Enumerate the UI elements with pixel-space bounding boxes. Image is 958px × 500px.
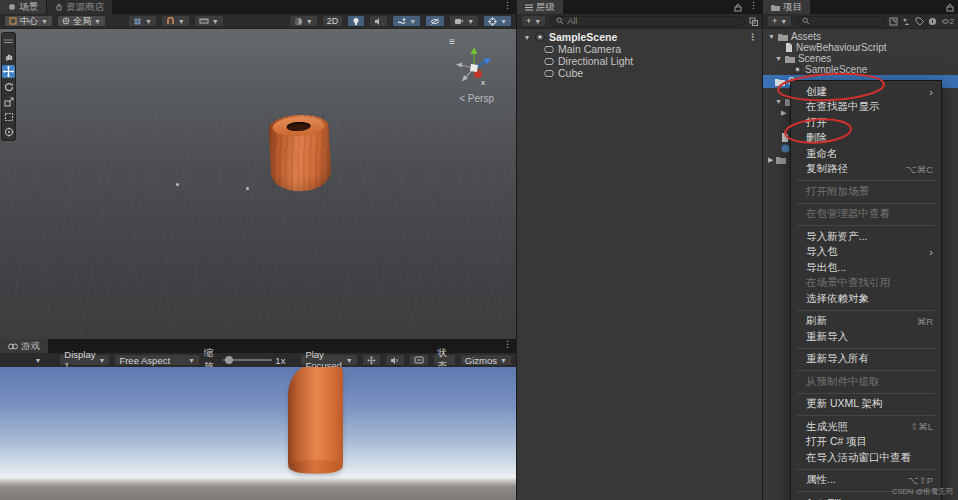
hierarchy-search-input[interactable]: All — [550, 16, 745, 27]
menu-item-reimport-all[interactable]: 重新导入所有 — [791, 352, 941, 368]
lock-icon[interactable] — [942, 0, 958, 14]
hierarchy-item-cube[interactable]: Cube — [517, 67, 762, 79]
menu-item-open[interactable]: 打开 — [791, 115, 941, 131]
ruler-icon — [199, 17, 209, 25]
scene-toolbar: 中心▼ 全局▼ ▼ ▼ ▼ ▼ 2D — [0, 14, 516, 29]
hand-tool-button[interactable] — [2, 50, 15, 63]
cylinder-object-game — [288, 367, 343, 473]
hierarchy-add-button[interactable]: +▼ — [521, 15, 546, 27]
light-object-icon — [544, 57, 554, 66]
search-window-icon[interactable] — [889, 17, 898, 26]
tool-handle-pivot-dropdown[interactable]: 中心▼ — [4, 15, 53, 27]
scene-viewport[interactable]: ≡ — [0, 29, 516, 339]
hierarchy-item-camera[interactable]: Main Camera — [517, 43, 762, 55]
game-viewport[interactable] — [0, 367, 516, 500]
lightbulb-icon — [352, 17, 360, 26]
submenu-arrow-icon: › — [929, 246, 933, 258]
scale-tool-button[interactable] — [2, 95, 15, 108]
project-search-input[interactable] — [796, 16, 884, 27]
project-item-scenes[interactable]: ▼ Scenes — [763, 53, 958, 64]
menu-item-copy-path[interactable]: 复制路径⌥⌘C — [791, 162, 941, 178]
stats-button[interactable]: 状态 — [433, 354, 456, 366]
project-item-samplescene[interactable]: SampleScene — [763, 64, 958, 75]
menu-item-show-in-finder[interactable]: 在查找器中显示 — [791, 100, 941, 116]
persp-label[interactable]: < Persp — [459, 93, 494, 104]
mute-audio-button[interactable] — [385, 354, 405, 366]
camera-object-icon — [544, 45, 554, 54]
tool-handle-rotation-dropdown[interactable]: 全局▼ — [57, 15, 106, 27]
menu-item-rename[interactable]: 重命名 — [791, 146, 941, 162]
menu-item-create[interactable]: 创建› — [791, 84, 941, 100]
scene-visibility-toggle[interactable] — [425, 15, 445, 27]
lighting-toggle[interactable] — [347, 15, 365, 27]
cylinder-object-scene[interactable] — [268, 113, 332, 192]
hidden-count-icon[interactable]: 2 — [941, 17, 954, 26]
game-menu-kebab-icon[interactable]: ⋮ — [499, 339, 516, 353]
scene-orientation-gizmo[interactable]: x — [450, 43, 498, 91]
scene-menu-kebab-icon[interactable]: ⋮ — [499, 0, 516, 14]
menu-item-generate-lighting[interactable]: 生成光照⇧⌘L — [791, 419, 941, 435]
draw-mode-dropdown[interactable]: ▼ — [289, 15, 318, 27]
tab-project[interactable]: 项目 — [763, 0, 811, 14]
zoom-slider-knob[interactable] — [225, 356, 233, 364]
game-toolbar: ▼ Display 1▼ Free Aspect▼ 缩放 1x Play Foc… — [0, 353, 516, 368]
toolbar-drag-handle[interactable] — [2, 35, 15, 48]
display-dropdown[interactable]: Display 1▼ — [59, 354, 110, 366]
menu-item-extract-from-prefab: 从预制件中提取 — [791, 374, 941, 390]
project-add-button[interactable]: +▼ — [767, 15, 792, 27]
hierarchy-item-light[interactable]: Directional Light — [517, 55, 762, 67]
globe-icon — [62, 17, 70, 25]
2d-toggle[interactable]: 2D — [322, 15, 344, 27]
rotate-tool-button[interactable] — [2, 80, 15, 93]
audio-toggle[interactable] — [369, 15, 388, 27]
search-label-icon[interactable] — [915, 17, 924, 26]
search-type-icon[interactable] — [902, 17, 911, 26]
hierarchy-item-scene[interactable]: ▼ SampleScene ⋮ — [517, 31, 762, 43]
menu-item-properties[interactable]: 属性...⌥⇧P — [791, 473, 941, 489]
menu-item-open-csharp-project[interactable]: 打开 C# 项目 — [791, 435, 941, 451]
grid-visibility-dropdown[interactable]: ▼ — [128, 15, 157, 27]
project-item-assets[interactable]: ▼ Assets — [763, 31, 958, 42]
tab-hierarchy[interactable]: 层级 — [517, 0, 564, 14]
zoom-value: 1x — [275, 355, 285, 366]
menu-item-import-package[interactable]: 导入包› — [791, 245, 941, 261]
info-icon[interactable] — [928, 17, 937, 26]
increment-snap-dropdown[interactable]: ▼ — [194, 15, 224, 27]
eye-slash-icon — [430, 17, 440, 26]
tab-scene[interactable]: 场景 — [0, 0, 47, 14]
folder-open-icon — [785, 55, 795, 63]
camera-settings-dropdown[interactable]: ▼ — [449, 15, 479, 27]
effects-dropdown[interactable]: ▼ — [392, 15, 421, 27]
menu-separator — [797, 225, 935, 226]
magnet-icon — [166, 17, 175, 26]
tab-game[interactable]: 游戏 — [0, 339, 49, 353]
game-gizmos-dropdown[interactable]: Gizmos▼ — [460, 354, 512, 366]
menu-item-export-package[interactable]: 导出包... — [791, 260, 941, 276]
scene-row-kebab-icon[interactable]: ⋮ — [748, 32, 762, 42]
move-tool-button[interactable] — [2, 65, 15, 78]
game-view-dropdown[interactable]: ▼ — [35, 357, 42, 364]
menu-item-view-in-import-activity[interactable]: 在导入活动窗口中查看 — [791, 450, 941, 466]
vsync-button[interactable] — [409, 354, 429, 366]
menu-item-reimport[interactable]: 重新导入 — [791, 329, 941, 345]
transform-tool-button[interactable] — [2, 125, 15, 138]
scene-gizmos-dropdown[interactable]: ▼ — [483, 15, 512, 27]
snap-settings-dropdown[interactable]: ▼ — [161, 15, 190, 27]
menu-item-import-new-asset[interactable]: 导入新资产... — [791, 229, 941, 245]
menu-item-refresh[interactable]: 刷新⌘R — [791, 314, 941, 330]
aspect-dropdown[interactable]: Free Aspect▼ — [114, 354, 199, 366]
flower-icon — [367, 356, 376, 365]
search-icon — [556, 17, 564, 25]
hierarchy-kebab-icon[interactable]: ⋮ — [745, 0, 762, 14]
menu-item-delete[interactable]: 删除 — [791, 131, 941, 147]
project-item-script[interactable]: NewBehaviourScript — [763, 42, 958, 53]
menu-item-update-uxml-schema[interactable]: 更新 UXML 架构 — [791, 397, 941, 413]
pick-icon[interactable] — [749, 17, 758, 26]
unity-scene-icon — [535, 32, 545, 42]
menu-item-select-dependencies[interactable]: 选择依赖对象 — [791, 291, 941, 307]
lock-icon[interactable] — [731, 0, 745, 14]
play-focused-dropdown[interactable]: Play Focused▼ — [300, 354, 357, 366]
capture-button[interactable] — [362, 354, 381, 366]
rect-tool-button[interactable] — [2, 110, 15, 123]
tab-asset-store[interactable]: 资源商店 — [47, 0, 113, 14]
